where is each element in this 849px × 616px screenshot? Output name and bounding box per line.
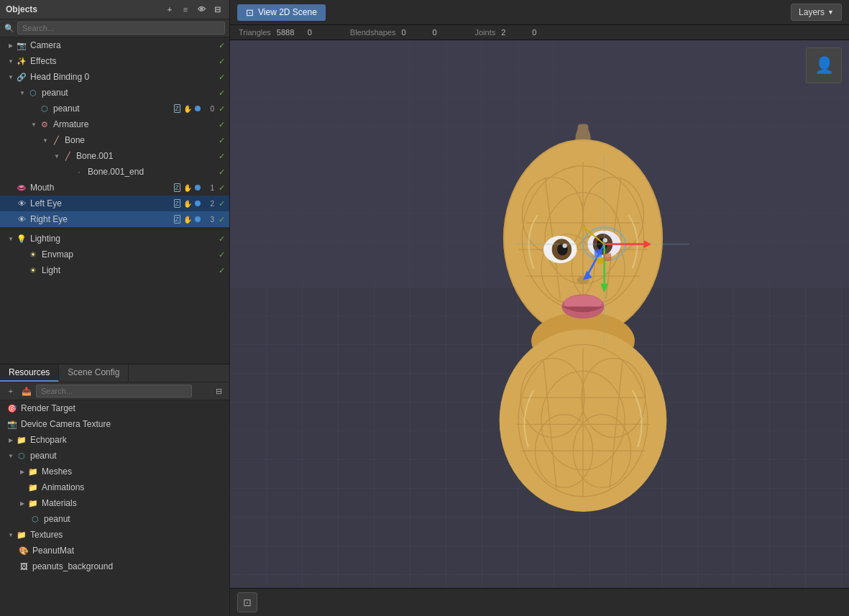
tree-item-bone001[interactable]: ╱ Bone.001 ✓ — [0, 148, 229, 164]
res-item-meshes[interactable]: 📁 Meshes — [0, 464, 229, 479]
tree-item-envmap[interactable]: ☀ Envmap ✓ — [0, 247, 229, 262]
viewport-area: ⊡ View 2D Scene Layers ▼ Triangles 5888 … — [230, 0, 849, 616]
res-item-peanut-mat-file[interactable]: ⬡ peanut — [0, 511, 229, 527]
mouth-hand-icon: ✋ — [183, 184, 192, 192]
peanut-inner-visible-check[interactable]: ✓ — [216, 104, 226, 114]
res-item-echopark[interactable]: 📁 Echopark — [0, 432, 229, 448]
res-item-animations[interactable]: 📁 Animations — [0, 479, 229, 495]
echopark-icon: 📁 — [16, 434, 27, 446]
res-item-peanut-mat[interactable]: 🎨 PeanutMat — [0, 543, 229, 558]
animations-icon: 📁 — [27, 482, 39, 493]
textures-icon: 📁 — [16, 529, 27, 541]
viewport-canvas[interactable]: 👤 — [230, 40, 849, 588]
search-icon: 🔍 — [4, 24, 14, 33]
res-peanut-expand-arrow[interactable] — [6, 451, 15, 460]
tree-item-right-eye[interactable]: 👁 Right Eye Z ✋ 3 ✓ — [0, 211, 229, 227]
meshes-expand-arrow[interactable] — [18, 467, 27, 476]
right-eye-hand-icon: ✋ — [183, 216, 192, 224]
filter-btn[interactable]: ⊟ — [211, 3, 224, 16]
objects-search-input[interactable] — [17, 22, 225, 35]
peanut-color-dot — [195, 106, 201, 111]
add-object-btn[interactable]: + — [163, 3, 176, 16]
res-item-peanut-bg[interactable]: 🖼 peanuts_background — [0, 558, 229, 574]
res-item-render-target[interactable]: 🎯 Render Target — [0, 400, 229, 416]
envmap-visible-check[interactable]: ✓ — [216, 249, 226, 259]
animations-label: Animations — [42, 482, 226, 492]
bone-visible-check[interactable]: ✓ — [216, 135, 226, 145]
import-resource-btn[interactable]: 📥 — [20, 385, 33, 397]
effects-visible-check[interactable]: ✓ — [216, 56, 226, 66]
right-eye-z-icon: Z — [174, 215, 181, 224]
light-icon: ☀ — [27, 265, 39, 276]
right-eye-visible-check[interactable]: ✓ — [216, 214, 226, 224]
left-eye-hand-icon: ✋ — [183, 200, 192, 208]
stats-bar: Triangles 5888 0 Blendshapes 0 0 Joints … — [230, 25, 849, 40]
capture-btn[interactable]: ⊡ — [237, 592, 257, 612]
peanut-mat-file-icon: ⬡ — [29, 513, 41, 525]
tree-item-camera[interactable]: 📷 Camera ✓ — [0, 37, 229, 53]
light-visible-check[interactable]: ✓ — [216, 265, 226, 275]
textures-expand-arrow[interactable] — [6, 530, 15, 539]
resources-filter-btn[interactable]: ⊟ — [212, 385, 225, 397]
right-eye-arrow — [6, 215, 15, 224]
light-label: Light — [42, 265, 216, 275]
res-peanut-label: peanut — [30, 451, 226, 461]
bone001-label: Bone.001 — [76, 151, 216, 161]
tab-resources[interactable]: Resources — [0, 364, 59, 382]
effects-label: Effects — [30, 56, 216, 66]
armature-visible-check[interactable]: ✓ — [216, 119, 226, 129]
svg-rect-52 — [603, 253, 611, 261]
res-item-device-camera[interactable]: 📸 Device Camera Texture — [0, 416, 229, 432]
stat-blendshapes: Blendshapes 0 0 — [350, 28, 458, 37]
device-camera-icon: 📸 — [6, 418, 18, 430]
peanut-hand-icon: ✋ — [183, 105, 192, 113]
tree-item-effects[interactable]: ✨ Effects ✓ — [0, 53, 229, 69]
lighting-expand-arrow[interactable] — [6, 234, 15, 243]
tab-scene-config[interactable]: Scene Config — [59, 364, 129, 382]
bone-expand-arrow[interactable] — [41, 136, 50, 144]
tree-item-light[interactable]: ☀ Light ✓ — [0, 262, 229, 278]
visibility-btn[interactable]: 👁 — [195, 3, 208, 16]
peanut-mat-icon: 🎨 — [18, 545, 29, 556]
add-resource-btn[interactable]: + — [4, 385, 17, 397]
bone001end-visible-check[interactable]: ✓ — [216, 167, 226, 177]
tree-item-bone001end[interactable]: · Bone.001_end ✓ — [0, 164, 229, 180]
lighting-visible-check[interactable]: ✓ — [216, 234, 226, 244]
res-item-peanut-folder[interactable]: ⬡ peanut — [0, 448, 229, 464]
bone001-expand-arrow[interactable] — [52, 152, 61, 160]
meshes-label: Meshes — [42, 466, 226, 477]
tree-item-bone[interactable]: ╱ Bone ✓ — [0, 132, 229, 148]
render-target-icon: 🎯 — [6, 403, 18, 414]
resources-search-input[interactable] — [36, 385, 192, 397]
tree-item-peanut-folder[interactable]: ⬡ peanut ✓ — [0, 85, 229, 101]
tree-item-armature[interactable]: ⚙ Armature ✓ — [0, 116, 229, 132]
echopark-expand-arrow[interactable] — [6, 436, 15, 444]
tree-item-head-binding[interactable]: 🔗 Head Binding 0 ✓ — [0, 69, 229, 85]
head-binding-expand-arrow[interactable] — [6, 73, 15, 81]
effects-expand-arrow[interactable] — [6, 57, 15, 65]
left-eye-visible-check[interactable]: ✓ — [216, 198, 226, 208]
view-2d-button[interactable]: ⊡ View 2D Scene — [237, 4, 326, 21]
res-item-textures[interactable]: 📁 Textures — [0, 527, 229, 543]
tree-item-peanut-inner[interactable]: ⬡ peanut Z ✋ 0 ✓ — [0, 101, 229, 116]
tree-item-left-eye[interactable]: 👁 Left Eye Z ✋ 2 ✓ — [0, 196, 229, 211]
peanut-folder-expand-arrow[interactable] — [18, 88, 27, 97]
camera-expand-arrow[interactable] — [6, 41, 15, 50]
armature-expand-arrow[interactable] — [29, 120, 38, 129]
head-binding-visible-check[interactable]: ✓ — [216, 72, 226, 82]
tree-item-lighting[interactable]: 💡 Lighting ✓ — [0, 231, 229, 247]
materials-expand-arrow[interactable] — [18, 499, 27, 507]
list-view-btn[interactable]: ≡ — [179, 3, 192, 16]
camera-visible-check[interactable]: ✓ — [216, 40, 226, 50]
armature-icon: ⚙ — [39, 119, 50, 130]
layers-button[interactable]: Layers ▼ — [791, 4, 842, 21]
peanut-bg-label: peanuts_background — [32, 561, 226, 571]
res-item-materials[interactable]: 📁 Materials — [0, 495, 229, 511]
peanut-folder-visible-check[interactable]: ✓ — [216, 88, 226, 98]
mouth-visible-check[interactable]: ✓ — [216, 183, 226, 193]
light-arrow — [18, 266, 27, 275]
capture-icon: ⊡ — [243, 597, 252, 608]
right-eye-label: Right Eye — [30, 214, 173, 224]
bone001-visible-check[interactable]: ✓ — [216, 151, 226, 161]
tree-item-mouth[interactable]: 👄 Mouth Z ✋ 1 ✓ — [0, 180, 229, 196]
